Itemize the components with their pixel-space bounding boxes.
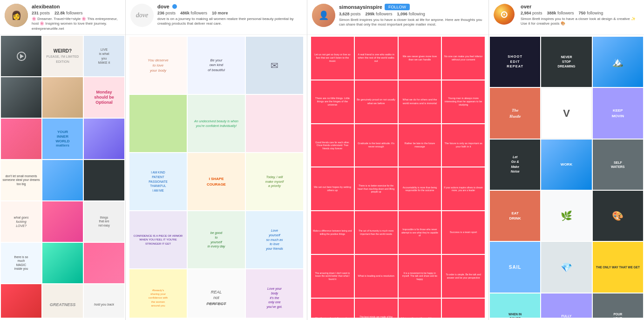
over-item-18[interactable]: POURYOURDREAMS [593, 293, 643, 318]
grid-item-ax-7[interactable] [1, 119, 41, 159]
simon-item-28[interactable]: Always keep going [442, 299, 485, 318]
dove-item-8[interactable]: I SHAPECOURAGE [188, 153, 245, 210]
over-item-9[interactable]: SELFWATERS [593, 140, 643, 190]
username-alexibeaton[interactable]: alexibeaton [32, 4, 121, 9]
dove-item-14[interactable]: REALnotPERFECT [188, 269, 245, 318]
grid-item-ax-19[interactable] [1, 284, 41, 318]
column-over: ⊙ over 2,984 posts 388k followers 750 fo… [489, 0, 644, 320]
follow-button-simon[interactable]: FOLLOW [385, 4, 410, 10]
simon-item-6[interactable]: Be genuinely proud on not usually what w… [355, 80, 398, 123]
simon-item-22[interactable]: What is leading and a resolution [355, 255, 398, 298]
simon-item-2[interactable]: A real friend is one who walks in when t… [355, 37, 398, 80]
over-item-8[interactable]: WORK [541, 140, 591, 190]
simon-item-1[interactable]: Let us not get so busy or live so fast t… [311, 37, 354, 80]
simon-item-9[interactable]: Good friends care for each other. Close … [311, 124, 354, 167]
simon-item-27[interactable]: A future without a title would be very n… [399, 299, 441, 318]
simon-item-24[interactable]: To order is simple. Be the talk and answ… [442, 255, 485, 298]
avatar-over[interactable]: ⊙ [494, 4, 517, 27]
dove-item-13[interactable]: #beauty'ssharing yourconfidence withthe … [129, 269, 187, 318]
grid-item-ax-20[interactable]: GREATNESS [42, 284, 83, 318]
grid-item-ax-12[interactable] [84, 160, 124, 200]
grid-item-ax-4[interactable] [1, 77, 41, 118]
grid-item-ax-3[interactable]: LIVEis whatyouMAKE it [84, 36, 124, 76]
dove-item-6[interactable] [246, 95, 303, 152]
grid-item-ax-8[interactable]: YOURINNERWORLDmatters [42, 119, 83, 159]
grid-alexibeaton: WEIRD?PLEASE, I'M LIMITED EDITION LIVEis… [0, 35, 125, 318]
grid-item-ax-13[interactable]: what goesfuckingLOVE? [1, 201, 41, 242]
simon-item-8[interactable]: Young man is always more interesting tha… [442, 80, 485, 123]
over-item-10[interactable]: EATDRINK [490, 191, 540, 241]
simon-item-21[interactable]: The amazing down I don't want to leave t… [311, 255, 354, 298]
profile-header-dove: dove dove 236 posts 486k followers 10 mo… [126, 0, 307, 35]
dove-item-1[interactable]: You deserveto loveyour body [129, 37, 187, 94]
over-item-17[interactable]: FULLYALIVE [541, 293, 591, 318]
bio-simon: Simon Brett inspires you to have a close… [339, 18, 484, 27]
grid-item-ax-16[interactable]: there is somuchMAGICinside you [1, 243, 41, 283]
grid-item-ax-1[interactable] [1, 36, 41, 76]
over-item-7[interactable]: LetGo &MakeNoise [490, 140, 540, 190]
simon-item-14[interactable]: There is no better exercise for the hear… [355, 167, 398, 210]
over-item-3[interactable]: 🏔️ [593, 37, 643, 87]
grid-item-ax-17[interactable] [42, 243, 83, 283]
grid-item-ax-2[interactable]: WEIRD?PLEASE, I'M LIMITED EDITION [42, 36, 83, 76]
simon-item-10[interactable]: Gratitude is the best attitude. It's nev… [355, 124, 398, 167]
grid-item-ax-21[interactable]: hold you back [84, 284, 124, 318]
simon-item-20[interactable]: Success is a team sport [442, 211, 485, 254]
dove-item-2[interactable]: Be yourown kindof beautiful [188, 37, 245, 94]
over-item-14[interactable]: 💎 [541, 242, 591, 292]
username-over[interactable]: over [521, 4, 639, 9]
column-alexibeaton: 👩 alexibeaton 231 posts 22.8k followers … [0, 0, 126, 320]
simon-item-3[interactable]: We are never given more love than we can… [399, 37, 441, 80]
simon-item-13[interactable]: We set out best hopes by setting others … [311, 167, 354, 210]
simon-item-18[interactable]: The act of humanity is much more importa… [355, 211, 398, 254]
grid-item-ax-11[interactable] [42, 160, 83, 200]
dove-item-4[interactable] [129, 95, 187, 152]
simon-item-15[interactable]: Accountability is more than being respon… [399, 167, 441, 210]
grid-item-ax-10[interactable]: don't let small moments someone steal yo… [1, 160, 41, 200]
over-item-13[interactable]: SAIL [490, 242, 540, 292]
dove-item-10[interactable]: CONFIDENCE IS A PIECE OF ARMOR WHEN YOU … [129, 211, 187, 268]
grid-item-ax-9[interactable] [84, 119, 124, 159]
avatar-dove[interactable]: dove [130, 4, 154, 27]
dove-item-11[interactable]: be goodtoyourselfin every day [188, 211, 245, 268]
simon-item-12[interactable]: The future is only as important as your … [442, 124, 485, 167]
over-item-6[interactable]: KEEPMOVIN [593, 88, 643, 138]
grid-item-ax-15[interactable]: thingsthat arenot easy [84, 201, 124, 242]
grid-item-ax-6[interactable]: Mondayshould beOptional [84, 77, 124, 118]
dove-item-12[interactable]: Loveyourselfso much asto loveyour friend… [246, 211, 303, 268]
dove-item-9[interactable]: Today, I willmake myselfa priority [246, 153, 303, 210]
over-item-15[interactable]: THE ONLY WAY THAT WE GET [593, 242, 643, 292]
stats-alexibeaton: 231 posts 22.8k followers [32, 11, 121, 15]
simon-item-17[interactable]: Make a difference between being and tell… [311, 211, 354, 254]
dove-item-5[interactable]: An undeceived beauty is when you're conf… [188, 95, 245, 152]
simon-item-26[interactable]: The best minds are made of the greatest … [355, 299, 398, 318]
avatar-alexibeaton[interactable]: 👩 [5, 4, 28, 27]
over-item-11[interactable]: 🌿 [541, 191, 591, 241]
simon-item-25[interactable]: We all get confused. Keep writing these … [311, 299, 354, 318]
simon-item-7[interactable]: What we do for others and the world rema… [399, 80, 441, 123]
simon-item-19[interactable]: Impossible is for those who never attemp… [399, 211, 441, 254]
over-item-2[interactable]: NEVERSTOPDREAMING [541, 37, 591, 87]
grid-simon: Let us not get so busy or live so fast t… [307, 35, 488, 318]
grid-item-ax-14[interactable] [42, 201, 83, 242]
simon-item-11[interactable]: Rather be late to the future message [399, 124, 441, 167]
over-item-12[interactable]: 🎨 [593, 191, 643, 241]
over-logo: ⊙ [494, 4, 515, 25]
simon-item-5[interactable]: There are no little things. Little thing… [311, 80, 354, 123]
over-item-16[interactable]: WHEN INDOUBTTAKE [490, 293, 540, 318]
username-simon[interactable]: simonsaysinspire [339, 4, 382, 10]
simon-item-23[interactable]: It is a movement to be happy in myself. … [399, 255, 441, 298]
simon-item-16[interactable]: If your actions inspire others to dream … [442, 167, 485, 210]
grid-item-ax-5[interactable] [42, 77, 83, 118]
over-item-1[interactable]: SHOOTEDITREPEAT [490, 37, 540, 87]
username-dove[interactable]: dove [157, 4, 169, 9]
bio-over: Simon Brett inspires you to have a close… [521, 17, 639, 27]
grid-item-ax-18[interactable] [84, 243, 124, 283]
dove-item-15[interactable]: Love yourbodyit's theonly oneyou've got. [246, 269, 303, 318]
over-item-4[interactable]: TheHustle [490, 88, 540, 138]
simon-item-4[interactable]: No one can make you feel inferior withou… [442, 37, 485, 80]
over-item-5[interactable]: V [541, 88, 591, 138]
dove-item-7[interactable]: I AM KINDPATIENTPASSIONATETHANKFULI AM M… [129, 153, 187, 210]
avatar-simon[interactable]: 👤 [312, 4, 335, 27]
dove-item-3[interactable]: ✉ [246, 37, 303, 94]
